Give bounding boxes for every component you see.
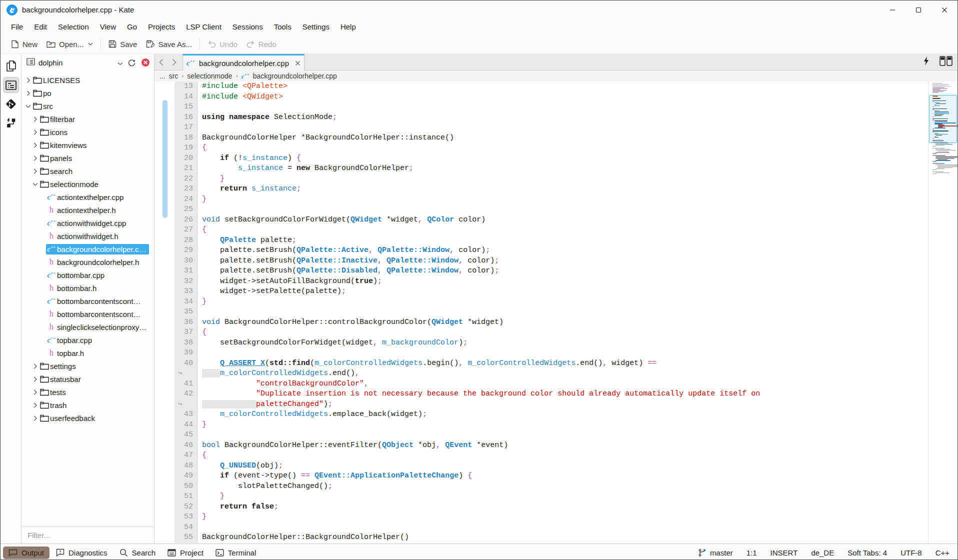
tree-item-filterbar[interactable]: filterbar [22,112,154,126]
menu-projects[interactable]: Projects [142,20,180,33]
file-type[interactable]: C++ [936,548,950,557]
menu-view[interactable]: View [94,20,122,33]
maximize-button[interactable] [906,0,932,19]
menu-sessions[interactable]: Sessions [227,20,268,33]
filter-input[interactable] [22,526,154,544]
panel-toggle-output[interactable]: Output [3,546,50,559]
chevron-right-icon[interactable] [32,416,39,421]
chevron-right-icon[interactable] [32,116,39,122]
chevron-right-icon[interactable] [32,130,39,135]
icon-border [154,318,174,328]
chevron-right-icon[interactable] [32,376,39,382]
save-button[interactable]: Save [104,38,142,51]
menu-file[interactable]: File [6,20,28,33]
tree-item-search[interactable]: search [22,164,154,178]
tree-item-actionwithwidget.cpp[interactable]: c++actionwithwidget.cpp [22,216,154,230]
encoding[interactable]: UTF-8 [900,548,922,557]
tree-item-panels[interactable]: panels [22,152,154,164]
tree-item-icons[interactable]: icons [22,126,154,138]
tree-item-topbar.cpp[interactable]: c++topbar.cpp [22,334,154,346]
chevron-down-icon [118,58,123,67]
panel-toggle-project[interactable]: Project [162,546,209,559]
git-branch[interactable]: master [698,548,733,557]
sidebar-tool-project-tree[interactable] [3,77,19,93]
tab-close-icon[interactable] [295,60,300,66]
code-editor[interactable]: 13#include <QPalette>14#include <QWidget… [154,82,958,544]
menu-tools[interactable]: Tools [268,20,297,33]
tree-item-kitemviews[interactable]: kitemviews [22,138,154,152]
nav-forward-button[interactable] [168,54,180,70]
menu-lsp-client[interactable]: LSP Client [180,20,227,33]
menu-edit[interactable]: Edit [28,20,52,33]
reload-project-button[interactable] [126,57,137,68]
tree-item-singleclickselectionproxy-[interactable]: hsingleclickselectionproxy… [22,320,154,334]
chevron-right-icon[interactable] [32,402,39,408]
close-button[interactable] [932,0,958,19]
chevron-right-icon[interactable] [32,142,39,148]
tree-item-topbar.h[interactable]: htopbar.h [22,346,154,360]
tree-item-LICENSES[interactable]: LICENSES [22,74,154,86]
code-line: 20 if (!s_instance) { [154,154,928,164]
tree-item-tests[interactable]: tests [22,386,154,398]
project-selector[interactable]: dolphin [26,58,123,67]
panel-toggle-diagnostics[interactable]: Diagnostics [50,546,113,559]
minimap-scrollbar[interactable] [928,82,958,544]
chevron-down-icon[interactable] [24,104,32,108]
tree-item-po[interactable]: po [22,86,154,100]
tree-item-actiontexthelper.h[interactable]: hactiontexthelper.h [22,204,154,216]
minimap-viewport[interactable] [929,95,957,143]
tree-item-bottombar.cpp[interactable]: c++bottombar.cpp [22,268,154,282]
close-project-button[interactable] [140,57,151,68]
chevron-right-icon[interactable] [32,364,39,369]
tree-item-bottombarcontentscont-[interactable]: hbottombarcontentscont… [22,308,154,320]
tree-item-bottombarcontentscont-[interactable]: c++bottombarcontentscont… [22,294,154,308]
tree-item-userfeedback[interactable]: userfeedback [22,412,154,424]
tree-item-selectionmode[interactable]: selectionmode [22,178,154,190]
sidebar-tool-documents[interactable] [3,58,19,74]
menu-selection[interactable]: Selection [52,20,94,33]
tree-item-trash[interactable]: trash [22,398,154,412]
open-button[interactable]: Open... [42,38,98,51]
menu-go[interactable]: Go [122,20,142,33]
chevron-right-icon[interactable] [32,168,39,174]
tree-item-content: userfeedback [39,413,98,424]
tree-item-backgroundcolorhelper.h[interactable]: hbackgroundcolorhelper.h [22,256,154,268]
chevron-right-icon[interactable] [32,390,39,395]
chevron-down-icon[interactable] [88,42,93,46]
new-button[interactable]: New [6,38,42,51]
tab-mode[interactable]: Soft Tabs: 4 [848,548,887,557]
tree-item-src[interactable]: src [22,100,154,112]
nav-back-button[interactable] [154,54,168,70]
minimize-button[interactable] [880,0,906,19]
line-number: 29 [174,246,198,256]
breadcrumb-selectionmode[interactable]: selectionmode [187,72,232,80]
menu-help[interactable]: Help [335,20,362,33]
split-view-icon[interactable] [940,56,952,68]
dictionary[interactable]: de_DE [811,548,834,557]
panel-toggle-terminal[interactable]: Terminal [210,546,262,559]
tree-item-actionwithwidget.h[interactable]: hactionwithwidget.h [22,230,154,242]
chevron-right-icon[interactable] [24,90,32,96]
tree-item-bottombar.h[interactable]: hbottombar.h [22,282,154,294]
breadcrumb-src[interactable]: src [169,72,178,80]
tree-item-actiontexthelper.cpp[interactable]: c++actiontexthelper.cpp [22,190,154,204]
quick-open-bolt-icon[interactable] [923,56,930,68]
chevron-right-icon[interactable] [32,156,39,161]
menu-settings[interactable]: Settings [297,20,335,33]
sidebar-tool-git[interactable] [3,96,19,112]
line-number: 14 [174,92,198,102]
input-mode[interactable]: INSERT [770,548,798,557]
cursor-position[interactable]: 1:1 [746,548,757,557]
chevron-right-icon[interactable] [24,78,32,83]
breadcrumb-file[interactable]: backgroundcolorhelper.cpp [253,72,337,80]
tree-item-backgroundcolorhelper.c-[interactable]: c++backgroundcolorhelper.c… [22,242,154,256]
tree-item-settings[interactable]: settings [22,360,154,372]
chevron-down-icon[interactable] [32,182,39,186]
breadcrumb-overflow[interactable]: ... [160,72,166,80]
tree-item-statusbar[interactable]: statusbar [22,372,154,386]
code-text: { [198,450,206,461]
sidebar-tool-symbols[interactable] [3,115,19,131]
save-as-button[interactable]: Save As... [142,38,196,51]
tab-backgroundcolorhelper[interactable]: c++ backgroundcolorhelper.cpp [182,54,304,70]
panel-toggle-search[interactable]: Search [114,546,162,559]
